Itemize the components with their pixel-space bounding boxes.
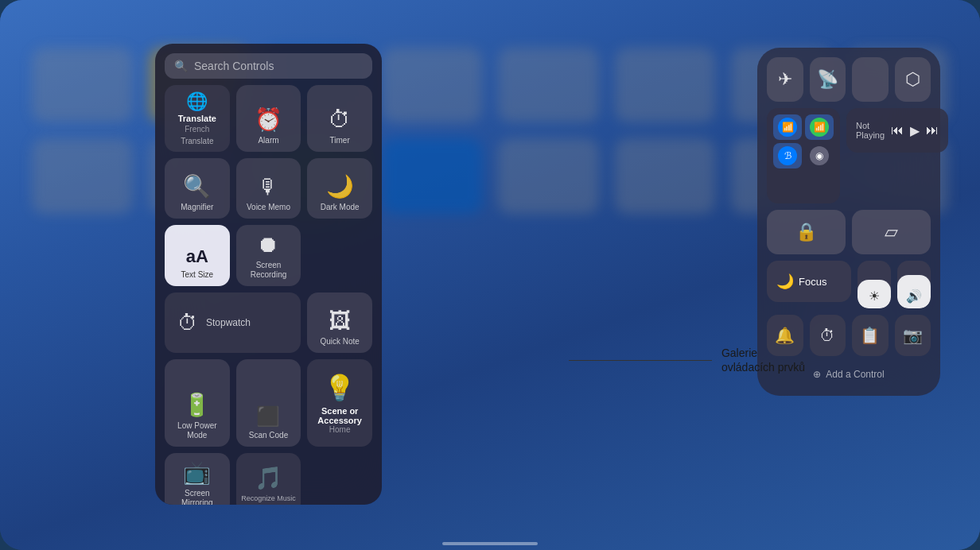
translate-label: Translate — [181, 137, 213, 145]
lowpower-icon: 🔋 — [183, 392, 211, 418]
notes-icon: 📋 — [860, 326, 880, 345]
mirroring-label: Screen Mirroring — [169, 489, 225, 505]
bt-dot: ℬ — [778, 146, 797, 165]
cc-focus-label: Focus — [799, 276, 826, 288]
alarm-label: Alarm — [258, 136, 278, 145]
cc-add-label: ⊕ — [813, 369, 821, 380]
ctrl-music-item[interactable]: 🎵 Recognize Music — [236, 453, 301, 505]
darkmode-icon: 🌙 — [326, 173, 354, 199]
music-label: Recognize Music — [241, 494, 296, 502]
timer-icon: ⏱ — [329, 107, 351, 133]
cc-brightness-slider[interactable]: ☀ — [858, 261, 891, 308]
mirroring-icon: 📺 — [183, 459, 211, 486]
darkmode-label: Dark Mode — [321, 203, 360, 212]
ctrl-mirroring-item[interactable]: 📺 Screen Mirroring — [165, 453, 230, 505]
screenrec-icon: ⏺ — [257, 231, 279, 258]
translate-icon: 🌐 — [186, 91, 208, 112]
ctrl-darkmode-item[interactable]: 🌙 Dark Mode — [307, 158, 372, 219]
voice-icon: 🎙 — [258, 175, 278, 199]
cell-dot: 📶 — [810, 118, 829, 137]
voice-label: Voice Memo — [247, 203, 290, 212]
home-indicator — [442, 542, 538, 545]
cell-icon: 📶 — [814, 122, 826, 133]
ctrl-translate-item[interactable]: 🌐 Translate French Translate — [165, 85, 230, 152]
scene-sublabel: Home — [329, 425, 351, 434]
next-icon[interactable]: ⏭ — [926, 123, 939, 138]
cc-volume-slider[interactable]: 🔊 — [897, 261, 931, 308]
cc-hotspot-btn[interactable]: 📡 — [810, 57, 846, 102]
airplane-icon: ✈ — [778, 69, 792, 90]
search-bar[interactable]: 🔍 Search Controls — [165, 53, 372, 79]
camera-icon: 📷 — [903, 326, 923, 345]
control-center-panel: ✈ 📡 ⬡ 📶 — [757, 48, 940, 396]
silent-icon: 🔔 — [775, 326, 795, 345]
annotation: Galerie ovládacích prvků — [569, 346, 805, 374]
cc-lock-btn[interactable]: 🔒 — [767, 210, 846, 254]
cc-screen-item[interactable]: ◉ — [805, 143, 834, 168]
wifi-dot: 📶 — [778, 118, 797, 137]
cc-focus-area: 🌙 Focus ☀ 🔊 — [767, 261, 931, 308]
ctrl-scancode-item[interactable]: ⬛ Scan Code — [236, 359, 301, 447]
ctrl-magnifier-item[interactable]: 🔍 Magnifier — [165, 158, 230, 219]
cc-placeholder-btn — [852, 57, 889, 102]
ctrl-stopwatch-item[interactable]: ⏱ Stopwatch — [165, 292, 301, 353]
screen-dot: ◉ — [810, 146, 829, 165]
cc-airplane-btn[interactable]: ✈ — [767, 57, 803, 102]
lowpower-label: Low Power Mode — [169, 421, 225, 440]
scancode-icon: ⬛ — [256, 405, 280, 428]
magnifier-label: Magnifier — [181, 203, 213, 212]
wifi-icon: 📶 — [782, 122, 794, 133]
cc-camera-btn[interactable]: 📷 — [895, 315, 931, 356]
screenrec-label: Screen Recording — [241, 261, 297, 280]
ctrl-textsize-item[interactable]: aA Text Size — [165, 225, 230, 286]
quicknote-label: Quick Note — [320, 337, 359, 347]
alarm-icon: ⏰ — [255, 107, 282, 133]
ctrl-screenrec-item[interactable]: ⏺ Screen Recording — [236, 225, 301, 286]
cc-screentime-btn[interactable]: ⏱ — [810, 315, 846, 356]
focus-moon-icon: 🌙 — [776, 273, 794, 290]
ctrl-lowpower-item[interactable]: 🔋 Low Power Mode — [165, 359, 230, 447]
cc-media-block[interactable]: Not Playing ⏮ ▶ ⏭ — [846, 108, 948, 153]
cc-bt-item[interactable]: ℬ — [773, 143, 802, 168]
bt-icon: ℬ — [784, 150, 791, 161]
cc-top-row: ✈ 📡 ⬡ — [767, 57, 931, 102]
stopwatch-icon: ⏱ — [177, 311, 198, 335]
cc-add-text: Add a Control — [826, 369, 884, 380]
scene-icon: 💡 — [324, 373, 356, 403]
controls-grid: 🌐 Translate French Translate ⏰ Alarm ⏱ T… — [165, 85, 372, 505]
annotation-line — [569, 360, 712, 361]
cc-mirror-btn[interactable]: ▱ — [852, 210, 931, 254]
annotation-text: Galerie ovládacích prvků — [721, 346, 805, 374]
ctrl-voice-item[interactable]: 🎙 Voice Memo — [236, 158, 301, 219]
textsize-icon: aA — [186, 246, 208, 267]
lock-icon: 🔒 — [795, 222, 817, 242]
prev-icon[interactable]: ⏮ — [891, 123, 904, 138]
cc-airplay-btn[interactable]: ⬡ — [895, 57, 931, 102]
ctrl-alarm-item[interactable]: ⏰ Alarm — [236, 85, 301, 152]
translate-sublabel: French — [185, 125, 209, 134]
cc-focus-btn[interactable]: 🌙 Focus — [767, 261, 851, 302]
screentime-icon: ⏱ — [819, 327, 835, 345]
annotation-line2: ovládacích prvků — [721, 361, 805, 374]
translate-title: Translate — [178, 114, 216, 123]
brightness-icon: ☀ — [869, 289, 880, 304]
cc-media-controls: ⏮ ▶ ⏭ — [891, 123, 939, 138]
timer-label: Timer — [330, 136, 350, 145]
cc-media-title: Not Playing — [856, 121, 885, 140]
ipad-screen: ✈ 📡 ⬡ 📶 — [0, 0, 980, 550]
controls-gallery-panel: 🔍 Search Controls 🌐 Translate French Tra… — [155, 44, 382, 505]
magnifier-icon: 🔍 — [183, 173, 211, 199]
cc-cell-item[interactable]: 📶 — [805, 114, 834, 140]
play-icon[interactable]: ▶ — [910, 123, 920, 138]
quicknote-icon: 🖼 — [329, 308, 351, 334]
cc-connectivity-block[interactable]: 📶 📶 ℬ ◉ — [767, 108, 840, 203]
ctrl-timer-item[interactable]: ⏱ Timer — [307, 85, 372, 152]
cc-wifi-item[interactable]: 📶 — [773, 114, 802, 140]
ctrl-scene-item[interactable]: 💡 Scene or Accessory Home — [307, 359, 372, 447]
scene-title: Scene or Accessory — [313, 406, 366, 425]
ctrl-quicknote-item[interactable]: 🖼 Quick Note — [307, 292, 372, 353]
music-icon: 🎵 — [255, 465, 282, 491]
ipad-device: ✈ 📡 ⬡ 📶 — [0, 0, 980, 550]
cc-notes-btn[interactable]: 📋 — [852, 315, 889, 356]
mirror-icon: ▱ — [885, 222, 898, 242]
